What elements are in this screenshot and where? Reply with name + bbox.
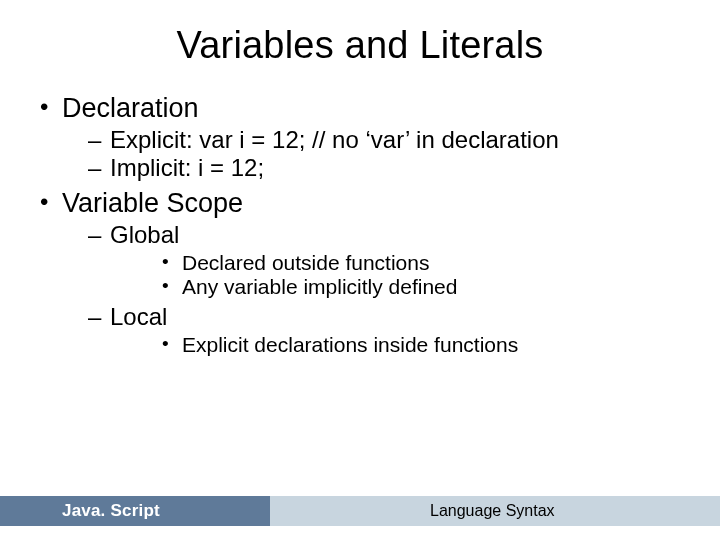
sub-bullet-explicit: Explicit: var i = 12; // no ‘var’ in dec…	[62, 126, 684, 154]
sub-list: Explicit: var i = 12; // no ‘var’ in dec…	[62, 126, 684, 182]
bullet-text: Explicit: var i = 12; // no ‘var’ in dec…	[110, 126, 559, 153]
footer-left: Java. Script	[0, 496, 270, 526]
bullet-text: Implicit: i = 12;	[110, 154, 264, 181]
bullet-text: Any variable implicitly defined	[182, 275, 457, 298]
footer-left-text: Java. Script	[62, 501, 160, 521]
bullet-text: Local	[110, 303, 167, 330]
sub2-list: Explicit declarations inside functions	[110, 333, 684, 357]
sub2-bullet: Any variable implicitly defined	[110, 275, 684, 299]
bullet-text: Global	[110, 221, 179, 248]
bullet-text: Declaration	[62, 93, 199, 123]
sub-bullet-local: Local Explicit declarations inside funct…	[62, 303, 684, 357]
sub-bullet-global: Global Declared outside functions Any va…	[62, 221, 684, 299]
sub2-bullet: Declared outside functions	[110, 251, 684, 275]
footer-bar: Java. Script Language Syntax	[0, 496, 720, 526]
bullet-variable-scope: Variable Scope Global Declared outside f…	[36, 188, 684, 357]
bullet-declaration: Declaration Explicit: var i = 12; // no …	[36, 93, 684, 182]
slide-title: Variables and Literals	[36, 24, 684, 67]
sub-bullet-implicit: Implicit: i = 12;	[62, 154, 684, 182]
slide: Variables and Literals Declaration Expli…	[0, 0, 720, 540]
footer-right-text: Language Syntax	[430, 502, 555, 520]
bullet-text: Variable Scope	[62, 188, 243, 218]
sub2-bullet: Explicit declarations inside functions	[110, 333, 684, 357]
footer-right: Language Syntax	[270, 496, 720, 526]
sub2-list: Declared outside functions Any variable …	[110, 251, 684, 299]
bullet-text: Explicit declarations inside functions	[182, 333, 518, 356]
sub-list: Global Declared outside functions Any va…	[62, 221, 684, 357]
bullet-list: Declaration Explicit: var i = 12; // no …	[36, 93, 684, 357]
bullet-text: Declared outside functions	[182, 251, 429, 274]
